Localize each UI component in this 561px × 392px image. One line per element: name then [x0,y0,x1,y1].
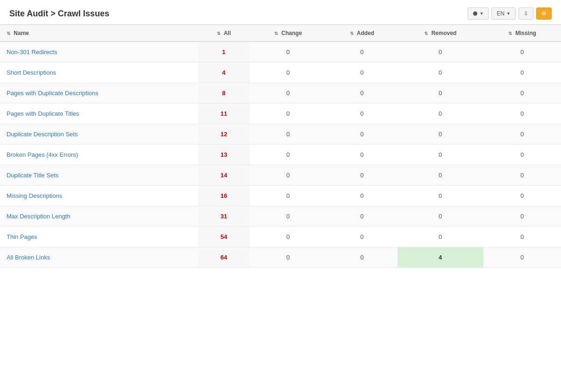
col-header-added[interactable]: ⇅ Added [327,25,398,42]
language-button[interactable]: EN ▼ [491,7,516,20]
cell-name: Duplicate Description Sets [0,124,198,145]
cell-all: 14 [198,165,249,186]
cell-change: 0 [249,227,327,247]
missing-sort-icon: ⇅ [508,31,512,36]
cell-removed: 0 [398,165,483,186]
cell-name: Duplicate Title Sets [0,165,198,186]
header-controls: ⬣ ▼ EN ▼ ⇩ ⚙ [468,7,552,20]
row-link[interactable]: Pages with Duplicate Descriptions [7,90,99,97]
cell-change: 0 [249,42,327,63]
row-link[interactable]: Max Description Length [7,213,71,220]
cell-all: 54 [198,227,249,247]
table-row: Max Description Length310000 [0,206,561,227]
cube-button[interactable]: ⬣ ▼ [468,7,489,20]
col-header-change[interactable]: ⇅ Change [249,25,327,42]
col-header-name[interactable]: ⇅ Name [0,25,198,42]
row-link[interactable]: Missing Descriptions [7,192,62,199]
row-link[interactable]: All Broken Links [7,254,50,261]
cell-missing: 0 [483,206,561,227]
cell-name: Max Description Length [0,206,198,227]
cell-name: Thin Pages [0,227,198,247]
cell-removed: 0 [398,145,483,165]
cell-name: Pages with Duplicate Titles [0,104,198,124]
cell-removed: 0 [398,83,483,104]
page-title: Site Audit > Crawl Issues [9,9,109,19]
cell-removed: 0 [398,104,483,124]
row-link[interactable]: Broken Pages (4xx Errors) [7,151,78,158]
cell-change: 0 [249,145,327,165]
cell-missing: 0 [483,104,561,124]
cell-missing: 0 [483,165,561,186]
cell-added: 0 [327,186,398,206]
settings-button[interactable]: ⚙ [536,7,552,20]
col-header-missing[interactable]: ⇅ Missing [483,25,561,42]
cell-removed: 0 [398,42,483,63]
row-link[interactable]: Non-301 Redirects [7,49,57,56]
cell-name: Pages with Duplicate Descriptions [0,83,198,104]
cell-change: 0 [249,165,327,186]
added-sort-icon: ⇅ [350,31,354,36]
cell-missing: 0 [483,186,561,206]
cell-all: 16 [198,186,249,206]
row-link[interactable]: Duplicate Description Sets [7,131,78,138]
table-row: Duplicate Title Sets140000 [0,165,561,186]
issues-table: ⇅ Name ⇅ All ⇅ Change ⇅ Added ⇅ Remove [0,25,561,268]
table-container: ⇅ Name ⇅ All ⇅ Change ⇅ Added ⇅ Remove [0,25,561,277]
cell-all: 13 [198,145,249,165]
row-link[interactable]: Duplicate Title Sets [7,172,58,179]
cell-added: 0 [327,83,398,104]
cell-added: 0 [327,124,398,145]
cell-all: 64 [198,247,249,268]
cell-missing: 0 [483,124,561,145]
download-button[interactable]: ⇩ [518,7,533,20]
page-header: Site Audit > Crawl Issues ⬣ ▼ EN ▼ ⇩ ⚙ [0,0,561,25]
row-link[interactable]: Short Descriptions [7,69,56,76]
cell-added: 0 [327,63,398,83]
cell-added: 0 [327,145,398,165]
cell-removed: 0 [398,63,483,83]
gear-icon: ⚙ [541,10,547,17]
cell-removed: 0 [398,227,483,247]
row-link[interactable]: Thin Pages [7,233,37,240]
language-label: EN [497,10,504,17]
col-header-all[interactable]: ⇅ All [198,25,249,42]
cell-removed: 0 [398,206,483,227]
cell-removed: 4 [398,247,483,268]
cell-all: 12 [198,124,249,145]
cell-name: Broken Pages (4xx Errors) [0,145,198,165]
row-link[interactable]: Pages with Duplicate Titles [7,110,79,117]
cell-all: 4 [198,63,249,83]
table-row: Missing Descriptions160000 [0,186,561,206]
col-header-removed[interactable]: ⇅ Removed [398,25,483,42]
cell-removed: 0 [398,124,483,145]
cell-change: 0 [249,247,327,268]
cell-all: 8 [198,83,249,104]
all-sort-icon: ⇅ [217,31,220,36]
cell-name: Missing Descriptions [0,186,198,206]
name-sort-icon: ⇅ [7,31,10,36]
cell-change: 0 [249,186,327,206]
table-row: All Broken Links640040 [0,247,561,268]
cell-added: 0 [327,247,398,268]
cell-missing: 0 [483,145,561,165]
cell-added: 0 [327,104,398,124]
cell-change: 0 [249,124,327,145]
table-row: Pages with Duplicate Descriptions80000 [0,83,561,104]
cell-change: 0 [249,63,327,83]
cell-name: Non-301 Redirects [0,42,198,63]
table-row: Thin Pages540000 [0,227,561,247]
cell-change: 0 [249,83,327,104]
cell-missing: 0 [483,63,561,83]
cell-name: All Broken Links [0,247,198,268]
cell-all: 1 [198,42,249,63]
cell-name: Short Descriptions [0,63,198,83]
cell-missing: 0 [483,227,561,247]
cell-all: 31 [198,206,249,227]
table-row: Non-301 Redirects10000 [0,42,561,63]
cell-all: 11 [198,104,249,124]
cell-change: 0 [249,206,327,227]
change-sort-icon: ⇅ [274,31,278,36]
cell-added: 0 [327,165,398,186]
cube-chevron-icon: ▼ [479,11,483,16]
table-body: Non-301 Redirects10000Short Descriptions… [0,42,561,268]
